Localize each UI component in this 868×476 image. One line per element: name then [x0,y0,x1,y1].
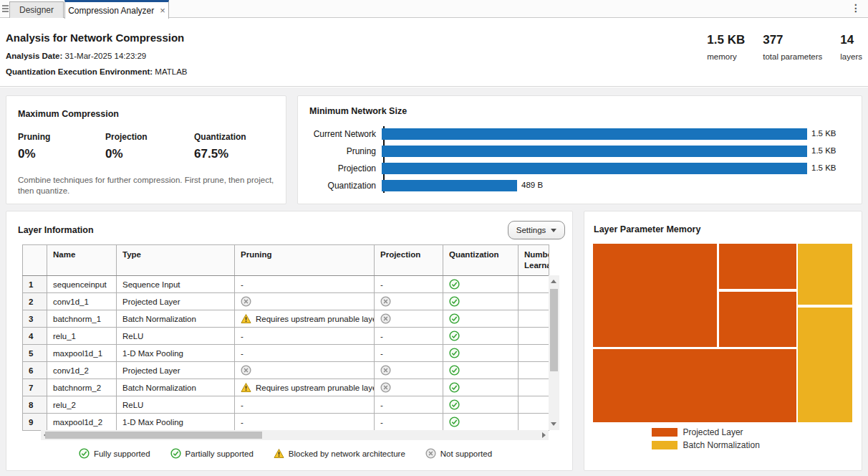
hamburger-icon[interactable] [2,5,9,13]
pruning-cell [235,293,375,310]
maximum-compression-title: Maximum Compression [18,109,119,119]
tab-compression-analyzer[interactable]: Compression Analyzer × [64,0,169,19]
table-row[interactable]: 2conv1d_1Projected Layer [23,293,549,310]
memory-bar [382,180,517,191]
table-row[interactable]: 6conv1d_2Projected Layer [23,362,549,379]
chart-bar-row: Pruning1.5 KB [298,143,854,160]
treemap-rect[interactable] [798,308,852,422]
status-text: - [380,401,383,409]
row-number-cell: 2 [23,293,47,310]
stat-label: memory [707,52,745,61]
summary-stat: 377total parameters [763,33,822,61]
metric-label: Pruning [18,132,105,142]
layer-name-cell: relu_1 [47,328,117,345]
close-tab-icon[interactable]: × [160,6,165,15]
layer-type-cell: Sequence Input [117,276,235,293]
pruning-cell: - [235,328,375,345]
compression-note: Combine techniques for further compressi… [18,175,276,196]
status-text: - [241,332,243,341]
treemap-rect[interactable] [798,244,852,305]
check-icon [449,382,460,393]
scroll-down-icon[interactable] [551,422,556,426]
table-row[interactable]: 5maxpool1d_11-D Max Pooling-- [23,345,549,362]
pruning-cell [235,362,375,379]
not-supported-icon [425,448,436,459]
tab-designer[interactable]: Designer [9,1,64,18]
check-icon [170,448,181,459]
support-legend-label: Partially supported [185,449,254,458]
layer-type-cell: ReLU [117,328,235,345]
layer-name-cell: conv1d_2 [47,362,117,379]
quantization-cell [443,362,519,379]
bar-value-label: 1.5 KB [811,129,836,138]
scroll-up-icon[interactable] [551,280,556,283]
not-supported-icon [380,296,391,307]
projection-cell: - [375,276,443,293]
table-row[interactable]: 3batchnorm_1Batch NormalizationRequires … [23,310,549,328]
table-row[interactable]: 4relu_1ReLU-- [23,328,549,345]
row-number-cell: 8 [23,396,47,414]
row-number-cell: 6 [23,362,47,379]
environment-label: Quantization Execution Environment: [6,67,153,76]
horizontal-scrollbar[interactable] [41,430,549,440]
check-icon [449,313,460,324]
projection-cell [375,293,443,310]
page-title: Analysis for Network Compression [6,32,184,44]
bar-track: 1.5 KB [380,146,854,157]
learnables-cell [519,276,549,293]
support-legend-item: Blocked by network architecture [274,448,405,459]
column-header: Type [117,245,235,276]
treemap-rect[interactable] [719,292,796,347]
settings-button[interactable]: Settings [508,221,565,239]
treemap-rect[interactable] [593,244,717,347]
warning-icon [274,448,284,459]
bar-category-label: Quantization [298,181,380,191]
learnables-cell [519,310,549,328]
layer-name-cell: batchnorm_2 [47,379,117,396]
bar-category-label: Pruning [298,146,380,156]
status-text: Requires upstream prunable layer [256,384,375,392]
projection-cell: - [375,414,443,431]
treemap-rect[interactable] [593,349,796,422]
row-number-cell: 1 [23,276,47,293]
vertical-scrollbar[interactable] [549,275,559,430]
memory-legend-label: Batch Normalization [683,440,760,450]
minimum-network-size-title: Minimum Network Size [309,106,407,116]
pruning-cell: - [235,276,375,293]
vertical-scrollbar-thumb[interactable] [550,289,558,371]
learnables-cell [519,379,549,396]
layer-table: NameTypePruningProjectionQuantizationNum… [22,244,549,431]
layer-type-cell: Projected Layer [117,362,235,379]
table-row[interactable]: 8relu_2ReLU-- [23,396,549,414]
compression-metric: Projection0% [105,132,194,161]
report-body: Maximum Compression Pruning0%Projection0… [0,87,868,476]
column-header: Name [47,245,117,276]
stat-label: total parameters [763,52,822,61]
column-header [23,245,47,276]
status-text: - [380,280,383,289]
scroll-right-icon[interactable] [542,432,546,438]
check-icon [449,348,460,358]
table-row[interactable]: 9maxpool1d_21-D Max Pooling-- [23,414,549,431]
summary-stats: 1.5 KBmemory377total parameters14layers [707,33,862,61]
stat-value: 1.5 KB [707,33,745,47]
legend-swatch [652,441,677,449]
check-icon [449,330,460,341]
learnables-cell [519,293,549,310]
settings-button-label: Settings [516,226,546,234]
memory-treemap [593,244,852,422]
table-row[interactable]: 1sequenceinputSequence Input-- [23,276,549,293]
support-legend-item: Fully supported [79,448,150,459]
layer-type-cell: ReLU [117,396,235,414]
treemap-rect[interactable] [719,244,796,289]
horizontal-scrollbar-thumb[interactable] [45,432,262,439]
more-options-icon[interactable]: ⋮ [851,2,861,14]
check-icon [449,296,460,307]
bar-track: 1.5 KB [380,163,854,174]
chart-bar-row: Quantization489 B [298,177,854,194]
metric-label: Projection [105,132,194,142]
table-row[interactable]: 7batchnorm_2Batch NormalizationRequires … [23,379,549,396]
projection-cell: - [375,328,443,345]
not-supported-icon [380,313,391,324]
stat-value: 14 [840,33,862,47]
